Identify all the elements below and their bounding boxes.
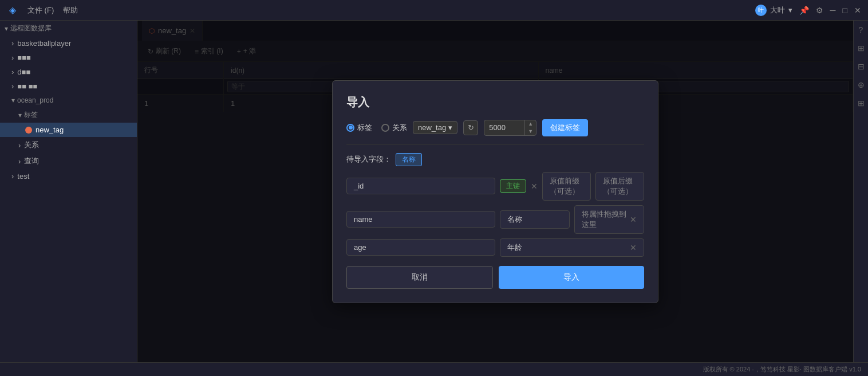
post-optional-label: 原值后缀（可选） xyxy=(603,176,637,197)
sidebar-item-tags-group[interactable]: ▾ 标签 xyxy=(0,107,137,123)
radio-relation-circle xyxy=(381,124,389,132)
count-down-arrow[interactable]: ▼ xyxy=(525,128,536,135)
radio-relation-text: 关系 xyxy=(392,123,407,133)
right-sidebar-help-icon[interactable]: ? xyxy=(859,25,863,34)
chevron-down-icon: ▾ xyxy=(11,96,15,104)
tag-selector[interactable]: new_tag ▾ xyxy=(413,121,457,134)
modal-overlay: 导入 标签 关系 new_tag xyxy=(137,21,853,362)
minimize-button[interactable]: ─ xyxy=(830,6,836,15)
status-bar: 版权所有 © 2024 -，笃笃科技 星影· 图数据库客户端 v1.0 xyxy=(0,362,868,376)
radio-tag-circle xyxy=(346,124,354,132)
close-age-icon[interactable]: ✕ xyxy=(630,243,637,252)
modal-refresh-button[interactable]: ↻ xyxy=(463,120,478,135)
chevron-right-icon: › xyxy=(11,39,14,48)
import-modal: 导入 标签 关系 new_tag xyxy=(332,80,658,303)
field-row-age: age 年龄 ✕ xyxy=(346,238,644,257)
chevron-right-icon: › xyxy=(18,141,21,150)
chevron-down-icon: ▾ xyxy=(18,111,22,119)
user-profile[interactable]: 叶 大叶 ▾ xyxy=(755,5,792,16)
chevron-right-icon: › xyxy=(18,157,21,166)
sidebar-item-remote-db[interactable]: ▾ 远程图数据库 xyxy=(0,21,137,36)
radio-relation-label[interactable]: 关系 xyxy=(381,123,407,133)
create-tag-button[interactable]: 创建标签 xyxy=(542,119,588,136)
age-tag-value: 年龄 xyxy=(507,242,522,253)
pre-optional-box: 原值前缀（可选） xyxy=(542,172,591,201)
field-name-id: _id xyxy=(346,178,495,194)
post-optional-box: 原值后缀（可选） xyxy=(595,172,644,201)
sidebar-label-basketball: basketballplayer xyxy=(17,39,71,48)
sidebar-item-d[interactable]: › d■■ xyxy=(0,65,137,79)
sidebar-label-queries: 查询 xyxy=(24,156,39,166)
titlebar-right: 叶 大叶 ▾ 📌 ⚙ ─ □ ✕ xyxy=(755,5,861,16)
chevron-down-icon: ▾ xyxy=(788,6,792,14)
close-field-id-icon[interactable]: ✕ xyxy=(531,182,538,191)
user-label: 大叶 xyxy=(770,5,785,15)
cancel-button[interactable]: 取消 xyxy=(346,266,493,289)
sidebar-label-tags: 标签 xyxy=(24,110,38,120)
window-controls: 📌 ⚙ ─ □ ✕ xyxy=(799,6,861,15)
sidebar-label-ocean-prod: ocean_prod xyxy=(17,96,53,104)
count-input[interactable] xyxy=(484,121,524,134)
divider xyxy=(346,144,644,145)
close-name-drag-icon[interactable]: ✕ xyxy=(630,215,637,224)
sidebar-item-basketball[interactable]: › basketballplayer xyxy=(0,36,137,50)
sidebar-item-relations[interactable]: › 关系 xyxy=(0,137,137,153)
field-name-name: name xyxy=(346,211,495,228)
right-sidebar-search-icon[interactable]: ⊕ xyxy=(858,80,865,89)
chevron-right-icon: › xyxy=(11,82,14,91)
radio-group: 标签 关系 xyxy=(346,123,407,133)
sidebar-item-queries[interactable]: › 查询 xyxy=(0,153,137,169)
tag-selector-arrow-icon: ▾ xyxy=(448,123,452,132)
count-up-arrow[interactable]: ▲ xyxy=(525,120,536,128)
radio-tag-text: 标签 xyxy=(357,123,372,133)
number-arrows: ▲ ▼ xyxy=(524,120,536,135)
field-rows: _id 主键 ✕ 原值前缀（可选） 原值后缀（可选） name xyxy=(346,172,644,257)
modal-title: 导入 xyxy=(346,95,644,110)
sidebar-item-test[interactable]: › test xyxy=(0,169,137,183)
status-text: 版权所有 © 2024 -，笃笃科技 星影· 图数据库客户端 v1.0 xyxy=(703,365,861,374)
sidebar-label-remote-db: 远程图数据库 xyxy=(10,23,52,33)
sidebar-label-test: test xyxy=(17,172,29,181)
modal-type-row: 标签 关系 new_tag ▾ ↻ xyxy=(346,119,644,136)
pre-optional-label: 原值前缀（可选） xyxy=(550,176,583,197)
titlebar: ◈ 文件 (F) 帮助 叶 大叶 ▾ 📌 ⚙ ─ □ ✕ xyxy=(0,0,868,21)
pin-icon[interactable]: 📌 xyxy=(799,6,809,15)
tag-selector-value: new_tag xyxy=(418,123,446,132)
sidebar-item-new-tag[interactable]: new_tag xyxy=(0,123,137,137)
menu-file[interactable]: 文件 (F) xyxy=(27,5,54,15)
right-sidebar: ? ⊞ ⊟ ⊕ ⊞ xyxy=(853,21,868,362)
main-layout: ▾ 远程图数据库 › basketballplayer › ■■■ › d■■ … xyxy=(0,21,868,362)
modal-footer: 取消 导入 xyxy=(346,266,644,289)
tag-icon xyxy=(25,127,32,134)
sidebar-label-new-tag: new_tag xyxy=(35,126,64,134)
name-tag-box[interactable]: 名称 xyxy=(500,210,570,229)
radio-tag-label[interactable]: 标签 xyxy=(346,123,372,133)
name-drag-placeholder[interactable]: 将属性拖拽到这里 ✕ xyxy=(574,205,644,234)
field-row-name: name 名称 将属性拖拽到这里 ✕ xyxy=(346,205,644,234)
right-sidebar-grid-icon[interactable]: ⊞ xyxy=(858,99,865,108)
close-button[interactable]: ✕ xyxy=(854,6,861,15)
name-tag-value: 名称 xyxy=(507,214,522,225)
age-tag-box[interactable]: 年龄 ✕ xyxy=(500,238,644,257)
primary-key-badge: 主键 xyxy=(500,179,526,193)
refresh-icon: ↻ xyxy=(468,123,474,132)
settings-icon[interactable]: ⚙ xyxy=(816,6,823,15)
menu-help[interactable]: 帮助 xyxy=(63,5,78,15)
sidebar: ▾ 远程图数据库 › basketballplayer › ■■■ › d■■ … xyxy=(0,21,137,362)
sidebar-label-blurred2: ■■ ■■ xyxy=(17,82,37,91)
right-sidebar-doc-icon[interactable]: ⊟ xyxy=(858,62,865,71)
sidebar-item-blurred2[interactable]: › ■■ ■■ xyxy=(0,79,137,93)
titlebar-menu: 文件 (F) 帮助 xyxy=(27,5,78,15)
maximize-button[interactable]: □ xyxy=(843,6,847,15)
drag-placeholder-text: 将属性拖拽到这里 xyxy=(582,209,630,230)
fields-label-row: 待导入字段： 名称 xyxy=(346,153,644,166)
field-name-age: age xyxy=(346,239,495,256)
chevron-right-icon: › xyxy=(11,172,14,181)
sidebar-item-blurred1[interactable]: › ■■■ xyxy=(0,50,137,65)
count-input-group: ▲ ▼ xyxy=(484,120,536,136)
sidebar-item-ocean-prod[interactable]: ▾ ocean_prod xyxy=(0,93,137,107)
chevron-right-icon: › xyxy=(11,53,14,62)
import-button[interactable]: 导入 xyxy=(499,266,644,289)
titlebar-left: ◈ 文件 (F) 帮助 xyxy=(7,5,78,16)
right-sidebar-table-icon[interactable]: ⊞ xyxy=(858,44,865,53)
